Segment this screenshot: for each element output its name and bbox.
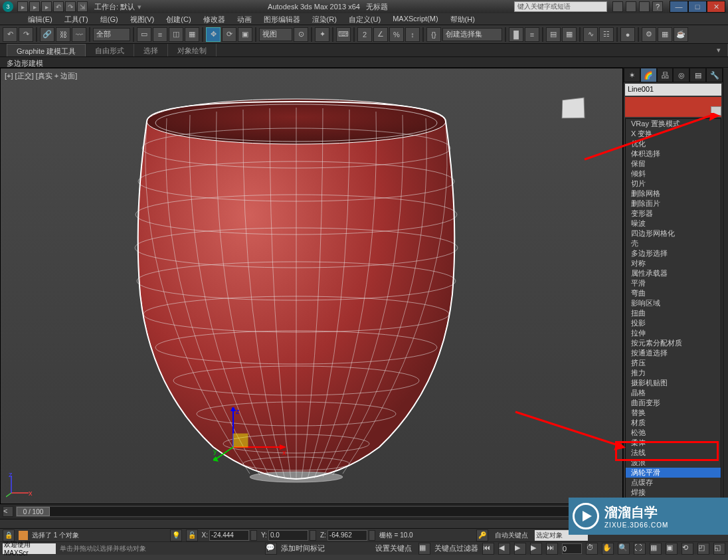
redo-button[interactable]: ↷	[19, 27, 33, 42]
align-button[interactable]: ≡	[525, 27, 539, 42]
modify-tab-icon[interactable]: 🌈	[640, 68, 657, 82]
menu-help[interactable]: 帮助(H)	[445, 13, 480, 25]
modifier-item[interactable]: 松弛	[626, 428, 721, 438]
qat-new[interactable]: ▸	[17, 1, 28, 12]
nav-pan-icon[interactable]: ✋	[602, 543, 614, 555]
menu-views[interactable]: 视图(V)	[125, 13, 160, 25]
select-move-button[interactable]: ✥	[206, 27, 221, 42]
ribbon-toggle-button[interactable]: ▦	[562, 27, 577, 42]
nav-zoomall-icon[interactable]: ▣	[666, 543, 678, 555]
play-icon[interactable]: ▶	[514, 543, 526, 555]
window-crossing-button[interactable]: ▦	[185, 27, 199, 42]
nav-region-icon[interactable]: ◰	[697, 543, 709, 555]
autokey-button[interactable]: 自动关键点	[492, 529, 531, 541]
modifier-item[interactable]: 曲面变形	[626, 398, 721, 408]
ribbon-tab-objectpaint[interactable]: 对象绘制	[168, 44, 217, 56]
key-filter-icon[interactable]: ▦	[418, 543, 430, 555]
menu-edit[interactable]: 编辑(E)	[23, 13, 58, 25]
rendered-frame-button[interactable]: ▦	[658, 27, 672, 42]
menu-tools[interactable]: 工具(T)	[59, 13, 94, 25]
help-search-input[interactable]: 键入关键字或短语	[514, 1, 607, 12]
modifier-item[interactable]: 平滑	[626, 278, 721, 288]
nav-orbit-icon[interactable]: ⟲	[682, 543, 693, 555]
menu-create[interactable]: 创建(C)	[161, 13, 196, 25]
motion-tab-icon[interactable]: ◎	[673, 68, 689, 82]
select-by-name-button[interactable]: ≡	[153, 27, 167, 42]
time-config-icon[interactable]: ⏱	[586, 543, 598, 555]
utilities-tab-icon[interactable]: 🔧	[706, 68, 723, 82]
modifier-item[interactable]: 按通道选择	[626, 348, 721, 358]
modifier-list-dropdown[interactable]: ▾	[625, 97, 721, 117]
x-coord-input[interactable]	[209, 530, 249, 541]
star-icon[interactable]	[626, 1, 636, 12]
time-slider-thumb[interactable]: 0 / 100	[17, 507, 50, 516]
spinner-snap-button[interactable]: ↕	[405, 27, 420, 42]
ribbon-tab-graphite[interactable]: Graphite 建模工具	[7, 44, 86, 56]
select-rotate-button[interactable]: ⟳	[222, 27, 236, 42]
menu-rendering[interactable]: 渲染(R)	[307, 13, 342, 25]
nav-field-icon[interactable]: ▦	[650, 543, 662, 555]
viewcube[interactable]	[556, 95, 589, 122]
bind-spacewarp[interactable]: 〰	[72, 27, 86, 42]
app-icon[interactable]: 3	[3, 1, 13, 12]
snap-angle-button[interactable]: ∠	[373, 27, 388, 42]
nav-zoom-icon[interactable]: 🔍	[618, 543, 630, 555]
play-prev-icon[interactable]: ◀	[498, 543, 510, 555]
modifier-item[interactable]: 多边形选择	[626, 248, 721, 258]
selection-filter-dropdown[interactable]: 全部	[93, 28, 130, 41]
addtime-button[interactable]: 添加时间标记	[281, 543, 325, 553]
modifier-item[interactable]: 扭曲	[626, 308, 721, 318]
curve-editor-button[interactable]: ∿	[583, 27, 598, 42]
modifier-item[interactable]: VRay 置换模式	[626, 119, 721, 129]
menu-maxscript[interactable]: MAXScript(M)	[387, 13, 443, 25]
named-selset-dropdown[interactable]: 创建选择集	[442, 28, 502, 41]
select-scale-button[interactable]: ▣	[238, 27, 252, 42]
color-swatch[interactable]	[19, 531, 28, 540]
ribbon-panel-label[interactable]: 多边形建模	[0, 57, 728, 68]
hierarchy-tab-icon[interactable]: 品	[657, 68, 674, 82]
display-tab-icon[interactable]: ▤	[689, 68, 706, 82]
render-setup-button[interactable]: ⚙	[642, 27, 656, 42]
modifier-item[interactable]: 晶格	[626, 388, 721, 398]
ribbon-tab-freeform[interactable]: 自由形式	[86, 44, 134, 56]
model-cup[interactable]	[127, 82, 466, 487]
menu-customize[interactable]: 自定义(U)	[343, 13, 386, 25]
snap-percent-button[interactable]: %	[389, 27, 404, 42]
menu-animation[interactable]: 动画	[232, 13, 257, 25]
modifier-item[interactable]: 壳	[626, 238, 721, 248]
manipulate-button[interactable]: ✦	[315, 27, 329, 42]
infocenter-icon[interactable]	[612, 1, 623, 12]
menu-modifiers[interactable]: 修改器	[198, 13, 230, 25]
modifier-item[interactable]: 删除网格	[626, 189, 721, 199]
selection-lock-icon[interactable]: 🔓	[186, 529, 198, 541]
isolate-icon[interactable]: 💡	[170, 529, 182, 541]
play-end-icon[interactable]: ⏭	[546, 543, 558, 555]
modifier-item[interactable]: 四边形网格化	[626, 229, 721, 238]
select-object-button[interactable]: ▭	[137, 27, 151, 42]
viewport-label[interactable]: [+] [正交] [真实 + 边面]	[5, 71, 77, 81]
ref-coord-dropdown[interactable]: 视图	[259, 28, 292, 41]
material-editor-button[interactable]: ●	[620, 27, 635, 42]
modifier-item[interactable]: 切片	[626, 179, 721, 189]
play-start-icon[interactable]: ⏮	[482, 543, 494, 555]
qat-link[interactable]: ⇲	[77, 1, 88, 12]
setkey-button[interactable]: 设置关键点	[373, 542, 414, 555]
maxscript-listener[interactable]: 欢迎使用 MAXScr	[3, 543, 56, 554]
exchange-icon[interactable]	[639, 1, 650, 12]
qat-open[interactable]: ▸	[29, 1, 40, 12]
modifier-item[interactable]: 挤压	[626, 358, 721, 368]
modifier-item[interactable]: 替换	[626, 408, 721, 418]
comm-center-icon[interactable]: 💬	[265, 543, 277, 555]
lock-selection-icon[interactable]: 🔒	[3, 529, 15, 541]
modifier-item[interactable]: X 变换	[626, 129, 721, 139]
modifier-item[interactable]: 点缓存	[626, 478, 721, 488]
ribbon-minimize-icon[interactable]: ▾	[715, 44, 728, 56]
panel-scrollbar[interactable]	[723, 68, 728, 504]
modifier-item[interactable]: 弯曲	[626, 288, 721, 298]
modifier-item[interactable]: 法线	[626, 448, 721, 458]
modifier-item[interactable]: 涡轮平滑	[626, 468, 721, 478]
layer-manager-button[interactable]: ▤	[546, 27, 561, 42]
key-mode-icon[interactable]: 🔑	[476, 529, 488, 541]
modifier-item[interactable]: 优化	[626, 139, 721, 149]
modifier-item[interactable]: 保留	[626, 159, 721, 169]
